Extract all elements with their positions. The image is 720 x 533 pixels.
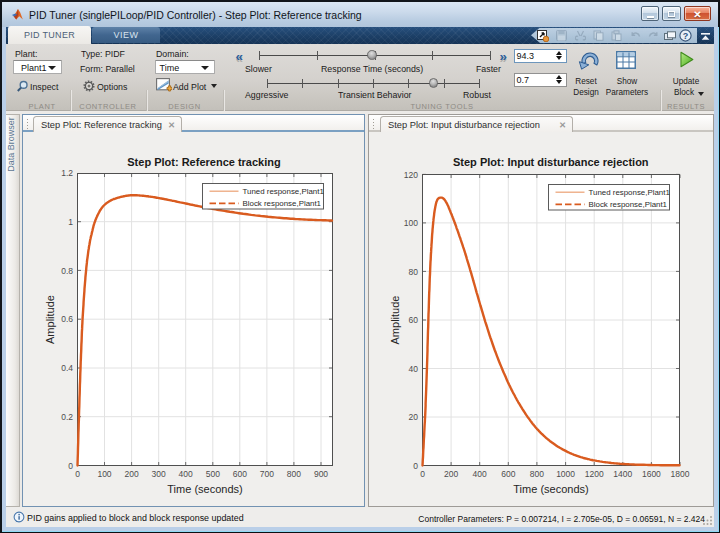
svg-text:0: 0 xyxy=(420,469,425,479)
svg-text:900: 900 xyxy=(314,469,328,479)
svg-text:100: 100 xyxy=(97,469,111,479)
svg-text:Tuned response,Plant1: Tuned response,Plant1 xyxy=(589,188,670,197)
svg-text:600: 600 xyxy=(233,469,247,479)
svg-text:Time (seconds): Time (seconds) xyxy=(513,483,588,495)
svg-text:60: 60 xyxy=(409,315,419,325)
svg-text:200: 200 xyxy=(444,469,458,479)
svg-text:0.2: 0.2 xyxy=(61,412,73,422)
svg-text:Block response,Plant1: Block response,Plant1 xyxy=(243,199,322,208)
svg-text:1200: 1200 xyxy=(585,469,604,479)
svg-text:0: 0 xyxy=(68,461,73,471)
svg-text:1.2: 1.2 xyxy=(61,168,73,178)
svg-text:Time (seconds): Time (seconds) xyxy=(167,483,242,495)
svg-text:700: 700 xyxy=(260,469,274,479)
svg-text:1000: 1000 xyxy=(556,469,575,479)
svg-text:Block response,Plant1: Block response,Plant1 xyxy=(589,200,668,209)
svg-text:1800: 1800 xyxy=(671,469,690,479)
svg-text:Step Plot: Input disturbance r: Step Plot: Input disturbance rejection xyxy=(453,156,649,168)
svg-text:1600: 1600 xyxy=(642,469,661,479)
svg-text:Amplitude: Amplitude xyxy=(44,295,56,344)
svg-text:0: 0 xyxy=(75,469,80,479)
svg-text:1: 1 xyxy=(68,217,73,227)
svg-text:400: 400 xyxy=(473,469,487,479)
svg-text:0.6: 0.6 xyxy=(61,314,73,324)
svg-text:100: 100 xyxy=(404,218,418,228)
svg-text:0.4: 0.4 xyxy=(61,363,73,373)
svg-text:500: 500 xyxy=(206,469,220,479)
svg-text:0: 0 xyxy=(413,461,418,471)
svg-text:200: 200 xyxy=(125,469,139,479)
svg-text:400: 400 xyxy=(179,469,193,479)
svg-text:800: 800 xyxy=(287,469,301,479)
svg-text:600: 600 xyxy=(501,469,515,479)
svg-text:?: ? xyxy=(683,31,689,41)
svg-text:Step Plot: Reference tracking: Step Plot: Reference tracking xyxy=(127,156,280,168)
svg-text:1400: 1400 xyxy=(613,469,632,479)
svg-text:80: 80 xyxy=(409,267,419,277)
svg-text:0.8: 0.8 xyxy=(61,266,73,276)
svg-text:20: 20 xyxy=(409,412,419,422)
svg-text:40: 40 xyxy=(409,364,419,374)
svg-text:300: 300 xyxy=(152,469,166,479)
svg-text:120: 120 xyxy=(404,170,418,180)
svg-text:Tuned response,Plant1: Tuned response,Plant1 xyxy=(243,187,324,196)
svg-text:800: 800 xyxy=(530,469,544,479)
svg-text:Amplitude: Amplitude xyxy=(389,296,401,345)
